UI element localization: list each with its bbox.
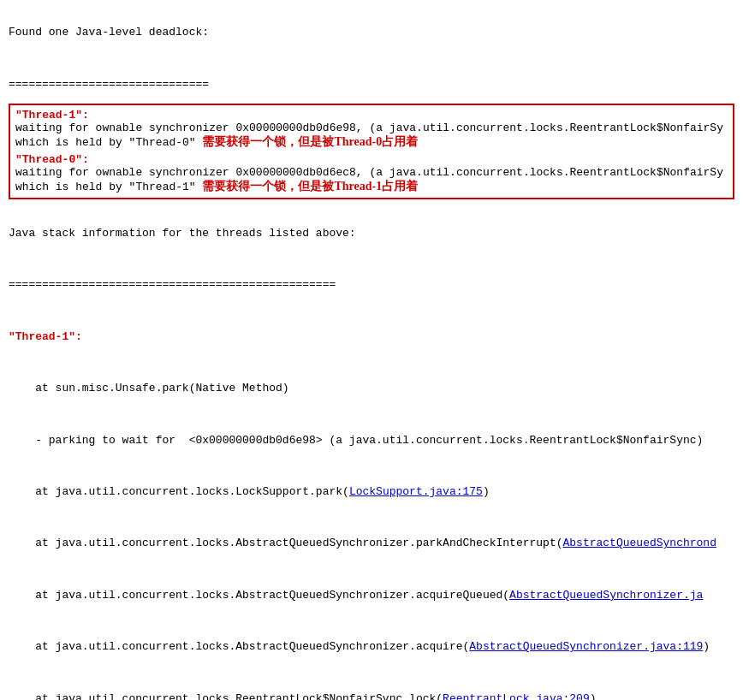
separator1: ============================== [9,78,209,91]
thread1-stack-line1: at sun.misc.Unsafe.park(Native Method) [9,382,289,394]
link-aqs-acquire-queued[interactable]: AbstractQueuedSynchronizer.ja [509,589,703,602]
thread1-stack-line5: at java.util.concurrent.locks.AbstractQu… [9,589,703,602]
link-reentrant-nonfair[interactable]: ReentrantLock.java:209 [443,692,590,700]
thread1-stack-label: "Thread-1": [9,330,82,343]
thread1-line2: which is held by "Thread-0" [15,136,196,149]
thread1-stack-line3: at java.util.concurrent.locks.LockSuppor… [9,485,490,498]
thread1-section: "Thread-1": waiting for ownable synchron… [15,109,728,150]
thread1-line1: waiting for ownable synchronizer 0x00000… [15,122,723,134]
stack-header-line1: Java stack information for the threads l… [9,227,356,240]
thread1-stack-line2: - parking to wait for <0x00000000db0d6e9… [9,434,703,447]
thread1-label: "Thread-1": [15,109,89,122]
thread1-stack-line7: at java.util.concurrent.locks.ReentrantL… [9,692,597,700]
thread0-section: "Thread-0": waiting for ownable synchron… [15,153,728,194]
thread1-stack-line4: at java.util.concurrent.locks.AbstractQu… [9,537,716,549]
link-aqs-acquire[interactable]: AbstractQueuedSynchronizer.java:119 [469,640,703,653]
thread0-annotation: 需要获得一个锁，但是被Thread-1占用着 [202,180,418,193]
header-line1: Found one Java-level deadlock: [9,26,209,39]
thread1-stack-line6: at java.util.concurrent.locks.AbstractQu… [9,640,710,653]
stack-separator: ========================================… [9,278,336,291]
stack-header: Java stack information for the threads l… [0,203,743,700]
thread0-line2: which is held by "Thread-1" [15,181,196,193]
link-locksupport[interactable]: LockSupport.java:175 [349,485,483,498]
thread0-line1: waiting for ownable synchronizer 0x00000… [15,166,723,179]
thread1-annotation: 需要获得一个锁，但是被Thread-0占用着 [202,135,418,148]
thread0-label: "Thread-0": [15,153,89,166]
main-content: Found one Java-level deadlock: =========… [0,0,743,100]
deadlock-highlight-box: "Thread-1": waiting for ownable synchron… [9,104,734,199]
link-aqs-park[interactable]: AbstractQueuedSynchrond [563,537,716,549]
